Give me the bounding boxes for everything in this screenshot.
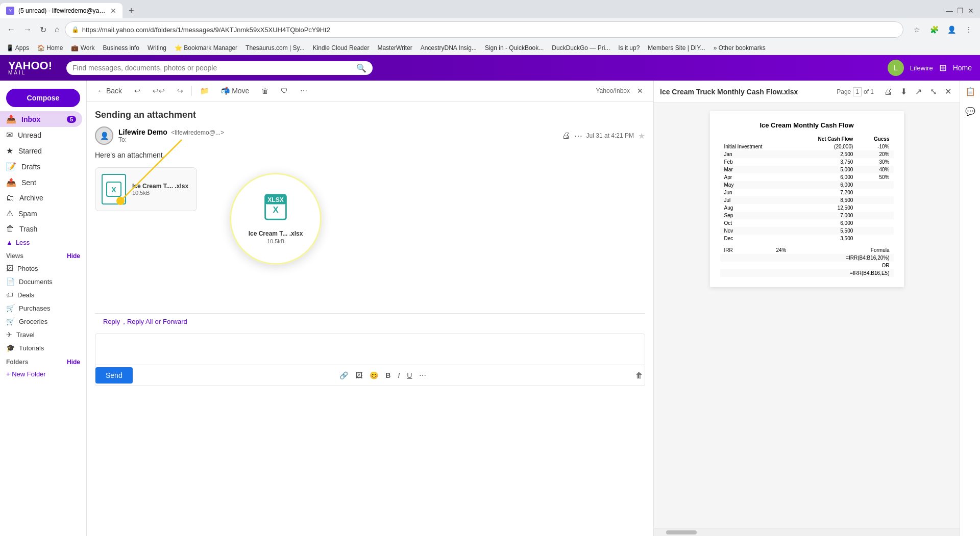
close-window-button[interactable]: ✕ [968, 7, 974, 15]
preview-print-button[interactable]: 🖨 [882, 85, 894, 98]
sidebar-item-travel[interactable]: ✈ Travel [0, 328, 86, 341]
attach-image-button[interactable]: 🖼 [353, 369, 364, 381]
reply-all-toolbar-button[interactable]: ↩↩ [149, 85, 169, 97]
compose-button[interactable]: Compose [6, 89, 80, 107]
spam-toolbar-button[interactable]: 🛡 [277, 85, 292, 97]
bookmark-home[interactable]: 🏠 Home [35, 43, 65, 53]
active-tab[interactable]: Y (5 unread) - lifewiredemo@yaho... ✕ [0, 3, 122, 18]
sidebar-item-archive[interactable]: 🗂 Archive [0, 190, 82, 206]
bookmark-writing[interactable]: Writing [145, 43, 168, 53]
compose-more-button[interactable]: ⋯ [417, 369, 428, 381]
sidebar-item-spam[interactable]: ⚠ Spam [0, 206, 82, 221]
new-folder-button[interactable]: + New Folder [0, 368, 86, 380]
attach-link-button[interactable]: 🔗 [337, 369, 350, 381]
preview-close-button[interactable]: ✕ [943, 85, 953, 98]
forward-button[interactable]: → [20, 23, 35, 36]
settings-icon[interactable]: ⋮ [962, 22, 976, 37]
bookmark-thesaurus[interactable]: Thesaurus.com | Sy... [243, 43, 307, 53]
bookmark-bookmark-manager[interactable]: ⭐ Bookmark Manager [173, 43, 239, 53]
sidebar-item-deals[interactable]: 🏷 Deals [0, 288, 86, 301]
sidebar-item-groceries[interactable]: 🛒 Groceries [0, 315, 86, 328]
apps-grid-icon[interactable]: ⊞ [939, 62, 947, 73]
more-toolbar-button[interactable]: ⋯ [296, 85, 311, 97]
bookmark-star-icon[interactable]: ☆ [910, 22, 924, 37]
bookmark-apps[interactable]: 📱 Apps [4, 43, 31, 53]
bookmark-duckgo[interactable]: DuckDuckGo — Pri... [550, 43, 612, 53]
preview-download-button[interactable]: ⬇ [898, 85, 909, 98]
views-hide-button[interactable]: Hide [67, 252, 80, 260]
extensions-icon[interactable]: 🧩 [927, 22, 941, 37]
sidebar-item-photos[interactable]: 🖼 Photos [0, 262, 86, 275]
row-label: Aug [720, 204, 791, 212]
right-sidebar-icon-2[interactable]: 💬 [963, 105, 977, 118]
folders-hide-button[interactable]: Hide [67, 359, 80, 366]
sidebar-item-starred[interactable]: ★ Starred [0, 143, 82, 159]
sidebar-item-tutorials[interactable]: 🎓 Tutorials [0, 341, 86, 354]
scrollbar-thumb[interactable] [666, 530, 697, 534]
new-tab-button[interactable]: + [125, 6, 138, 16]
row-label: Oct [720, 219, 791, 227]
reply-toolbar-button[interactable]: ↩ [130, 85, 144, 97]
bookmark-masterwriter[interactable]: MasterWriter [375, 43, 414, 53]
preview-scrollbar[interactable] [654, 528, 960, 536]
bookmark-members[interactable]: Members Site | DIY... [646, 43, 707, 53]
profile-icon[interactable]: 👤 [944, 22, 959, 37]
send-button[interactable]: Send [95, 367, 133, 384]
less-more-toggle[interactable]: ▲ Less [0, 237, 86, 248]
bookmark-isitup[interactable]: Is it up? [616, 43, 642, 53]
bookmark-kindle[interactable]: Kindle Cloud Reader [311, 43, 372, 53]
sidebar-item-drafts[interactable]: 📝 Drafts [0, 159, 82, 174]
sidebar-item-trash[interactable]: 🗑 Trash [0, 221, 82, 237]
formula1: =IRR(B4:B16,20%) [791, 254, 894, 262]
user-avatar[interactable]: L [888, 60, 904, 76]
address-bar[interactable]: 🔒 https://mail.yahoo.com/d/folders/1/mes… [65, 21, 903, 38]
row-guess [857, 227, 893, 235]
search-button[interactable]: 🔍 [356, 63, 366, 73]
home-label[interactable]: Home [953, 64, 972, 72]
preview-expand-button[interactable]: ⤡ [928, 85, 939, 98]
search-bar[interactable]: 🔍 [66, 61, 373, 75]
tab-close-button[interactable]: ✕ [110, 7, 116, 15]
sidebar-item-sent[interactable]: 📤 Sent [0, 174, 82, 190]
maximize-button[interactable]: ❐ [957, 7, 964, 15]
forward-link[interactable]: Forward [163, 318, 187, 325]
compose-body[interactable] [95, 334, 645, 365]
bookmark-work[interactable]: 💼 Work [69, 43, 96, 53]
sent-icon: 📤 [6, 177, 16, 187]
search-input[interactable] [72, 64, 356, 72]
row-guess [857, 219, 893, 227]
move-toolbar-button[interactable]: 📬 Move [217, 85, 253, 97]
bookmark-ancestry[interactable]: AncestryDNA Insig... [419, 43, 479, 53]
back-button[interactable]: ← [4, 23, 18, 36]
reply-link[interactable]: Reply [103, 318, 120, 325]
delete-toolbar-button[interactable]: 🗑 [257, 85, 273, 97]
forward-toolbar-button[interactable]: ↪ [173, 85, 187, 97]
sidebar-item-purchases[interactable]: 🛒 Purchases [0, 301, 86, 315]
bookmark-other[interactable]: » Other bookmarks [712, 43, 768, 53]
emoji-button[interactable]: 😊 [368, 369, 380, 381]
reply-all-link[interactable]: Reply All [127, 318, 153, 325]
browser-chrome: Y (5 unread) - lifewiredemo@yaho... ✕ + … [0, 0, 980, 55]
home-button[interactable]: ⌂ [52, 23, 63, 36]
archive-toolbar-button[interactable]: 📁 [196, 85, 213, 97]
preview-share-button[interactable]: ↗ [913, 85, 924, 98]
back-button[interactable]: ← Back [93, 85, 126, 97]
sidebar-item-inbox[interactable]: 📥 Inbox 5 [0, 111, 82, 127]
star-email-button[interactable]: ★ [638, 131, 645, 141]
italic-button[interactable]: I [396, 369, 402, 381]
more-email-button[interactable]: ⋯ [574, 131, 582, 141]
close-email-button[interactable]: ✕ [633, 85, 647, 97]
minimize-button[interactable]: — [946, 7, 953, 15]
sidebar-item-unread[interactable]: ✉ Unread [0, 127, 82, 143]
underline-button[interactable]: U [405, 369, 414, 381]
bookmark-quickbook[interactable]: Sign in - QuickBook... [483, 43, 546, 53]
bold-button[interactable]: B [383, 369, 393, 381]
bookmark-business[interactable]: Business info [101, 43, 141, 53]
reload-button[interactable]: ↻ [37, 23, 50, 37]
drafts-label: Drafts [21, 163, 76, 171]
right-sidebar-icon-1[interactable]: 📋 [963, 85, 977, 98]
delete-compose-button[interactable]: 🗑 [633, 369, 645, 381]
sidebar-item-documents[interactable]: 📄 Documents [0, 275, 86, 288]
print-button[interactable]: 🖨 [562, 131, 570, 140]
attachment-area[interactable]: X Ice Cream T.... .xlsx 10.5kB [95, 167, 197, 211]
